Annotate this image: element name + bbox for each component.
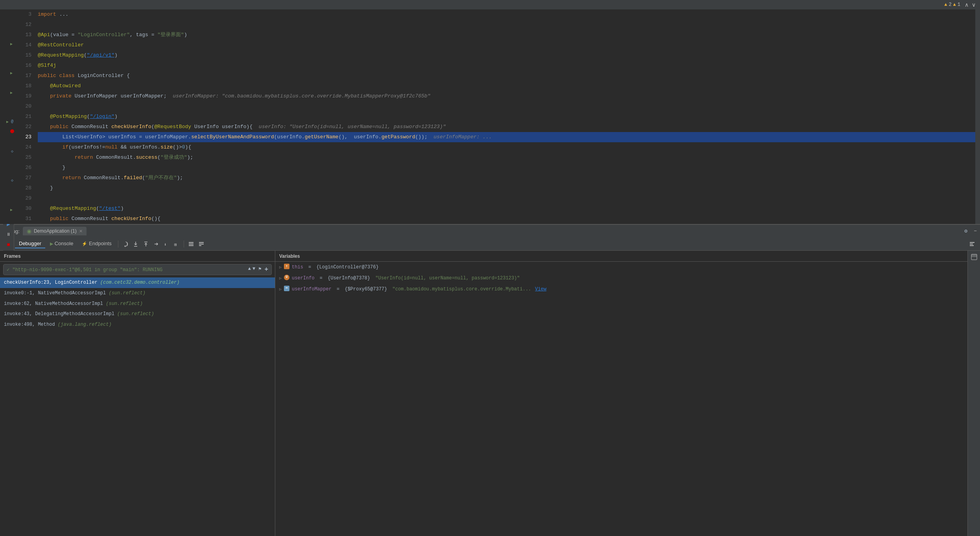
frame-class-3: (sun.reflect) bbox=[117, 311, 154, 317]
frame-item-0[interactable]: checkUserInfo:23, LoginController (com.c… bbox=[0, 277, 275, 288]
line-numbers: 3 12 13 14 15 16 17 18 19 20 21 22 23 24… bbox=[16, 9, 35, 224]
debug-panel: Debug: ◉ DemoApplication (1) ✕ ⚙ − ▶ ⏸ ■… bbox=[0, 224, 980, 536]
tab-debugger[interactable]: Debugger bbox=[15, 239, 45, 248]
thread-filter[interactable]: ⚑ bbox=[258, 266, 261, 273]
frame-method-2: invoke:62, NativeMethodAccessorImpl bbox=[4, 301, 106, 307]
nav-down-button[interactable]: ∨ bbox=[971, 2, 977, 8]
gutter-32 bbox=[0, 214, 16, 224]
editor-area: ▲ 2 ▲ 1 ∧ ∨ ▶ ▶ bbox=[0, 0, 980, 224]
code-content-23: List<UserInfo> userInfos = userInfoMappe… bbox=[38, 132, 492, 142]
code-line-15: @RequestMapping("/api/v1") bbox=[38, 50, 975, 61]
gutter-29 bbox=[0, 185, 16, 195]
debug-settings-icon[interactable]: ⚙ bbox=[964, 228, 967, 234]
code-line-29 bbox=[38, 193, 975, 204]
side-btn-1[interactable] bbox=[969, 252, 979, 262]
run-gutter-icon-19[interactable]: ▶ bbox=[10, 90, 14, 94]
editor-scrollbar[interactable] bbox=[975, 9, 980, 224]
debug-tab-close-button[interactable]: ✕ bbox=[79, 229, 83, 234]
linenum-26: 26 bbox=[19, 163, 31, 173]
bookmark-icon-25: ◇ bbox=[11, 149, 14, 153]
frame-item-2[interactable]: invoke:62, NativeMethodAccessorImpl (sun… bbox=[0, 299, 275, 309]
linenum-23: 23 bbox=[19, 132, 31, 142]
debug-minimize-icon[interactable]: − bbox=[974, 228, 977, 234]
var-eq-userinfo: = bbox=[317, 275, 326, 282]
code-content-26: } bbox=[38, 163, 65, 173]
svg-rect-7 bbox=[199, 242, 204, 243]
var-value-userinfo: {UserInfo@7378} bbox=[328, 275, 370, 282]
code-line-23: List<UserInfo> userInfos = userInfoMappe… bbox=[38, 132, 975, 142]
frames-view-button[interactable] bbox=[186, 239, 196, 249]
code-line-24: if(userInfos!=null && userInfos.size()>0… bbox=[38, 142, 975, 152]
code-editor[interactable]: import ... @Api(value = "LoginController… bbox=[35, 9, 975, 224]
svg-rect-1 bbox=[144, 242, 147, 242]
bookmark-icon-22: @ bbox=[11, 119, 14, 123]
var-icon-this: T bbox=[284, 264, 289, 269]
run-gutter-icon-14[interactable]: ▶ bbox=[10, 42, 14, 46]
var-view-link-mapper[interactable]: View bbox=[535, 286, 547, 293]
var-expand-mapper[interactable]: ▷ bbox=[279, 286, 282, 292]
run-gutter-icon-31[interactable]: ▶ bbox=[10, 207, 14, 211]
step-over-button[interactable] bbox=[121, 239, 130, 249]
code-line-21: @PostMapping("/login") bbox=[38, 112, 975, 122]
stop-button[interactable]: ■ bbox=[4, 240, 13, 249]
linenum-24: 24 bbox=[19, 142, 31, 152]
var-expand-this[interactable]: ▷ bbox=[279, 264, 282, 270]
pause-button[interactable]: ⏸ bbox=[4, 230, 13, 239]
linenum-22: 22 bbox=[19, 122, 31, 132]
svg-rect-6 bbox=[189, 245, 193, 246]
debug-app-tab-label: DemoApplication (1) bbox=[34, 228, 77, 234]
var-name-userinfo: userInfo bbox=[292, 275, 315, 282]
tab-console[interactable]: ▶ Console bbox=[46, 239, 77, 248]
run-to-cursor-button[interactable] bbox=[151, 239, 161, 249]
linenum-18: 18 bbox=[19, 81, 31, 91]
gutter-25: ◇ bbox=[0, 146, 16, 156]
force-step-button[interactable]: ⬇ bbox=[162, 239, 171, 249]
frames-panel: Frames ✓ "http-nio-9090-exec-1"@6,501 in… bbox=[0, 251, 275, 536]
code-content-21: @PostMapping("/login") bbox=[38, 112, 118, 122]
svg-rect-4 bbox=[189, 242, 193, 243]
thread-add[interactable]: + bbox=[264, 266, 268, 273]
code-line-27: return CommonResult.failed("用户不存在"); bbox=[38, 173, 975, 183]
frame-class-4: (java.lang.reflect) bbox=[58, 322, 112, 327]
code-content-22: public CommonResult checkUserInfo(@Reque… bbox=[38, 122, 446, 132]
debug-content: Frames ✓ "http-nio-9090-exec-1"@6,501 in… bbox=[0, 251, 980, 536]
evaluate-button[interactable]: ⊞ bbox=[172, 239, 181, 249]
run-gutter-icon-22[interactable]: ▶ bbox=[6, 119, 10, 123]
debug-app-tab[interactable]: ◉ DemoApplication (1) ✕ bbox=[23, 227, 87, 235]
step-out-button[interactable] bbox=[141, 239, 151, 249]
frame-item-4[interactable]: invoke:498, Method (java.lang.reflect) bbox=[0, 319, 275, 330]
side-toolbar bbox=[967, 251, 980, 536]
linenum-27: 27 bbox=[19, 173, 31, 183]
gutter-15 bbox=[0, 48, 16, 58]
gutter-27 bbox=[0, 165, 16, 175]
nav-arrows[interactable]: ∧ ∨ bbox=[963, 2, 977, 8]
thread-selector[interactable]: ✓ "http-nio-9090-exec-1"@6,501 in group … bbox=[3, 264, 272, 275]
var-expand-userinfo[interactable]: ▷ bbox=[279, 275, 282, 281]
code-line-16: @Slf4j bbox=[38, 61, 975, 71]
svg-rect-5 bbox=[189, 244, 193, 244]
code-content-19: private UserInfoMapper userInfoMapper; u… bbox=[38, 91, 431, 101]
app-icon: ◉ bbox=[27, 228, 31, 234]
toolbar-separator-2 bbox=[184, 240, 184, 248]
tab-endpoints[interactable]: ⚡ Endpoints bbox=[78, 239, 115, 248]
threads-view-button[interactable] bbox=[197, 239, 206, 249]
run-gutter-icon-17[interactable]: ▶ bbox=[10, 71, 14, 75]
settings-icon-right[interactable] bbox=[967, 239, 977, 249]
thread-up-arrow[interactable]: ▲ bbox=[248, 266, 251, 273]
step-into-button[interactable] bbox=[131, 239, 140, 249]
var-name-mapper: userInfoMapper bbox=[292, 286, 332, 293]
frame-item-1[interactable]: invoke0:-1, NativeMethodAccessorImpl (su… bbox=[0, 288, 275, 299]
error-icon: ▲ bbox=[953, 2, 956, 7]
svg-text:⬇: ⬇ bbox=[164, 242, 167, 247]
breakpoint-dot-23[interactable] bbox=[10, 129, 14, 133]
code-content-28: } bbox=[38, 183, 53, 193]
code-content-14: @RestController bbox=[38, 40, 84, 50]
gutter-18 bbox=[0, 78, 16, 88]
thread-down-arrow[interactable]: ▼ bbox=[252, 266, 255, 273]
frame-item-3[interactable]: invoke:43, DelegatingMethodAccessorImpl … bbox=[0, 309, 275, 319]
code-content-13: @Api(value = "LoginController", tags = "… bbox=[38, 30, 187, 40]
variables-panel: Variables ▷ T this = {LoginController@73… bbox=[275, 251, 967, 536]
debug-header-row: Debug: ◉ DemoApplication (1) ✕ ⚙ − bbox=[0, 224, 980, 237]
code-line-17: public class LoginController { bbox=[38, 71, 975, 81]
nav-up-button[interactable]: ∧ bbox=[963, 2, 970, 8]
